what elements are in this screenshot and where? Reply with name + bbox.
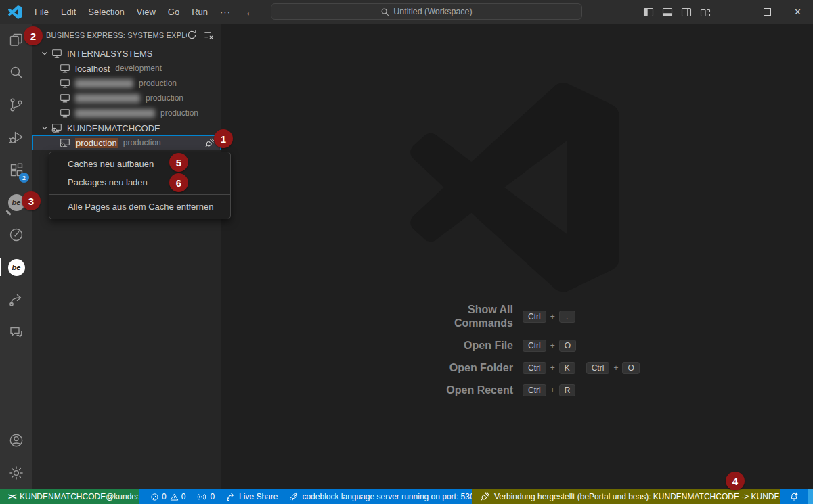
monitor-icon [60, 78, 70, 89]
problems-indicator[interactable]: 0 0 [150, 492, 185, 501]
toggle-secondary-sidebar-icon[interactable] [681, 7, 692, 18]
live-share-button[interactable]: Live Share [226, 492, 278, 501]
minimize-button[interactable] [722, 0, 752, 24]
key-cap: K [559, 362, 575, 374]
account-icon[interactable] [0, 424, 32, 457]
annotation-badge-2: 2 [24, 26, 43, 45]
warning-count: 0 [181, 492, 186, 501]
menu-go[interactable]: Go [162, 7, 185, 17]
annotation-badge-5: 5 [169, 153, 188, 172]
language-server-label: codeblock language server running on por… [302, 492, 483, 501]
menu-run[interactable]: Run [185, 7, 214, 17]
tree-item-redacted[interactable]: production [32, 76, 221, 91]
menu-view[interactable]: View [131, 7, 162, 17]
notifications-button[interactable] [780, 489, 808, 504]
plus-separator: + [613, 363, 618, 373]
menu-selection[interactable]: Selection [82, 7, 130, 17]
monitor-dot-icon [51, 122, 62, 133]
business-express-icon[interactable]: be [0, 251, 32, 283]
live-share-icon [226, 492, 236, 501]
search-icon [380, 7, 389, 16]
context-menu: Caches neu aufbauenPackages neu ladenAll… [49, 152, 231, 219]
remote-label: KUNDENMATCHCODE@kundea [20, 492, 141, 501]
remote-indicator[interactable]: >< KUNDENMATCHCODE@kundea [0, 489, 139, 504]
ports-indicator[interactable]: 0 [197, 492, 215, 501]
activity-bar: 2 be be [0, 24, 32, 489]
be-label: be [12, 263, 21, 271]
monitor-dot-icon [60, 137, 70, 148]
tree-item-description: production [123, 138, 161, 147]
menu-separator [49, 194, 230, 195]
plug-icon [480, 492, 489, 501]
share-icon[interactable] [0, 283, 32, 316]
connect-icon[interactable] [204, 138, 215, 148]
error-count: 0 [162, 492, 167, 501]
sidebar-title: BUSINESS EXPRESS: SYSTEMS EXPLOR... [46, 31, 187, 39]
shortcut-row: Open RecentCtrl+R [431, 384, 640, 397]
search-view-icon[interactable] [0, 56, 32, 89]
tree-item-internalsystems[interactable]: INTERNALSYSTEMS [32, 46, 221, 61]
tree-item-localhost[interactable]: localhostdevelopment [32, 61, 221, 76]
back-arrow-icon[interactable]: ← [245, 6, 256, 18]
language-server-status[interactable]: codeblock language server running on por… [289, 492, 483, 501]
tree-item-kundenmatchcode[interactable]: KUNDENMATCHCODE [32, 120, 221, 135]
refresh-icon[interactable] [187, 30, 197, 40]
connection-label: Verbindung hergestellt (bePortal und bea… [494, 492, 785, 501]
clear-filter-icon[interactable] [204, 30, 214, 40]
toggle-sidebar-icon[interactable] [643, 7, 654, 18]
be-search-label: be [12, 198, 21, 206]
connection-status[interactable]: Verbindung hergestellt (bePortal und bea… [472, 489, 780, 504]
comments-icon[interactable] [0, 316, 32, 348]
status-corner-accent [808, 489, 813, 504]
chevron-down-icon[interactable] [39, 122, 50, 133]
warning-icon [170, 492, 179, 501]
status-bar: >< KUNDENMATCHCODE@kundea 0 0 0 Live Sha… [0, 489, 813, 504]
status-main: 0 0 0 Live Share codeblock language serv… [139, 489, 472, 504]
shortcut-label: Open Recent [431, 384, 513, 397]
menu-item-alle-pages-aus-dem-cache-entfernen[interactable]: Alle Pages aus dem Cache entfernen [49, 198, 230, 216]
remote-icon: >< [8, 492, 16, 501]
chevron-down-icon[interactable] [39, 48, 50, 59]
tree-item-production[interactable]: productionproduction [32, 135, 221, 150]
extensions-icon[interactable]: 2 [0, 154, 32, 186]
menu-item-packages-neu-laden[interactable]: Packages neu laden [49, 173, 230, 191]
menu-edit[interactable]: Edit [55, 7, 82, 17]
bell-icon [789, 492, 799, 501]
key-cap: Ctrl [523, 384, 546, 396]
menu-item-caches-neu-aufbauen[interactable]: Caches neu aufbauen [49, 155, 230, 173]
history-gauge-icon[interactable] [0, 219, 32, 251]
tree-item-label: KUNDENMATCHCODE [67, 123, 160, 133]
maximize-button[interactable] [752, 0, 783, 24]
customize-layout-icon[interactable] [700, 7, 711, 18]
extensions-badge: 2 [19, 173, 29, 183]
key-cap: Ctrl [586, 362, 610, 374]
tree-item-description: production [146, 93, 183, 103]
title-bar: FileEditSelectionViewGoRun ··· ← → Untit… [0, 0, 813, 24]
close-button[interactable]: ✕ [783, 0, 813, 24]
toggle-panel-icon[interactable] [662, 7, 673, 18]
plus-separator: + [550, 386, 555, 395]
monitor-icon [60, 63, 70, 74]
welcome-shortcuts: Show All CommandsCtrl+.Open FileCtrl+OOp… [431, 303, 640, 397]
redacted-label [75, 79, 133, 88]
tree-item-redacted[interactable]: production [32, 91, 221, 106]
settings-gear-icon[interactable] [0, 457, 32, 489]
plus-separator: + [550, 312, 555, 321]
vscode-watermark-icon [410, 83, 619, 292]
source-control-icon[interactable] [0, 89, 32, 121]
vscode-logo-icon [8, 5, 22, 19]
monitor-icon [51, 48, 62, 59]
tree-item-redacted[interactable]: production [32, 106, 221, 120]
command-center-search[interactable]: Untitled (Workspace) [271, 3, 582, 20]
more-menu-button[interactable]: ··· [214, 7, 237, 17]
tree-item-description: production [160, 108, 198, 118]
tree-item-label: localhost [75, 64, 110, 74]
error-icon [150, 492, 159, 501]
annotation-badge-4: 4 [726, 472, 745, 490]
key-cap: Ctrl [523, 362, 546, 374]
tree-item-description: development [115, 64, 162, 73]
live-share-label: Live Share [239, 492, 278, 501]
menu-file[interactable]: File [28, 7, 55, 17]
run-debug-icon[interactable] [0, 121, 32, 154]
shortcut-row: Open FileCtrl+O [431, 339, 640, 352]
